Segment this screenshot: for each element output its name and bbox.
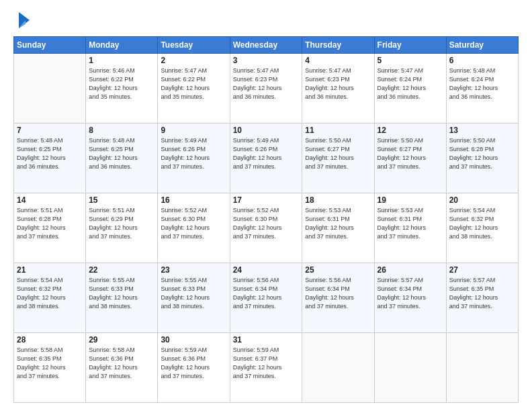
calendar-cell: 14Sunrise: 5:51 AM Sunset: 6:28 PM Dayli… bbox=[14, 193, 86, 263]
calendar-cell: 18Sunrise: 5:53 AM Sunset: 6:31 PM Dayli… bbox=[302, 193, 374, 263]
day-number: 11 bbox=[305, 126, 371, 135]
calendar-cell: 22Sunrise: 5:55 AM Sunset: 6:33 PM Dayli… bbox=[86, 263, 158, 333]
day-number: 2 bbox=[161, 56, 226, 65]
day-number: 12 bbox=[378, 126, 443, 135]
calendar-cell: 2Sunrise: 5:47 AM Sunset: 6:22 PM Daylig… bbox=[158, 54, 230, 124]
calendar-cell: 23Sunrise: 5:55 AM Sunset: 6:33 PM Dayli… bbox=[158, 263, 230, 333]
day-info: Sunrise: 5:50 AM Sunset: 6:27 PM Dayligh… bbox=[378, 136, 443, 171]
day-info: Sunrise: 5:50 AM Sunset: 6:27 PM Dayligh… bbox=[305, 136, 371, 171]
day-number: 13 bbox=[449, 126, 515, 135]
day-info: Sunrise: 5:52 AM Sunset: 6:30 PM Dayligh… bbox=[233, 206, 300, 241]
calendar-cell: 21Sunrise: 5:54 AM Sunset: 6:32 PM Dayli… bbox=[14, 263, 86, 333]
calendar-cell: 7Sunrise: 5:48 AM Sunset: 6:25 PM Daylig… bbox=[14, 124, 86, 193]
calendar-cell: 28Sunrise: 5:58 AM Sunset: 6:35 PM Dayli… bbox=[14, 333, 86, 403]
day-info: Sunrise: 5:52 AM Sunset: 6:30 PM Dayligh… bbox=[161, 206, 226, 241]
day-info: Sunrise: 5:55 AM Sunset: 6:33 PM Dayligh… bbox=[89, 276, 154, 311]
calendar-cell: 9Sunrise: 5:49 AM Sunset: 6:26 PM Daylig… bbox=[158, 124, 230, 193]
day-info: Sunrise: 5:56 AM Sunset: 6:34 PM Dayligh… bbox=[233, 276, 300, 311]
day-number: 10 bbox=[233, 126, 300, 135]
day-info: Sunrise: 5:59 AM Sunset: 6:36 PM Dayligh… bbox=[161, 346, 226, 381]
calendar-cell: 5Sunrise: 5:47 AM Sunset: 6:24 PM Daylig… bbox=[374, 54, 446, 124]
col-header-saturday: Saturday bbox=[446, 37, 518, 54]
day-number: 14 bbox=[17, 195, 83, 205]
calendar-cell: 27Sunrise: 5:57 AM Sunset: 6:35 PM Dayli… bbox=[446, 263, 518, 333]
day-info: Sunrise: 5:47 AM Sunset: 6:23 PM Dayligh… bbox=[305, 66, 371, 101]
col-header-thursday: Thursday bbox=[302, 37, 374, 54]
logo-icon bbox=[16, 11, 32, 30]
day-number: 30 bbox=[161, 335, 226, 345]
calendar: SundayMondayTuesdayWednesdayThursdayFrid… bbox=[13, 36, 519, 403]
day-number: 29 bbox=[89, 335, 154, 345]
week-row-3: 14Sunrise: 5:51 AM Sunset: 6:28 PM Dayli… bbox=[14, 193, 519, 263]
logo bbox=[13, 11, 32, 30]
calendar-cell: 8Sunrise: 5:48 AM Sunset: 6:25 PM Daylig… bbox=[86, 124, 158, 193]
day-info: Sunrise: 5:47 AM Sunset: 6:22 PM Dayligh… bbox=[161, 66, 226, 101]
day-number: 16 bbox=[161, 195, 226, 205]
calendar-cell: 11Sunrise: 5:50 AM Sunset: 6:27 PM Dayli… bbox=[302, 124, 374, 193]
day-info: Sunrise: 5:59 AM Sunset: 6:37 PM Dayligh… bbox=[233, 346, 300, 381]
day-number: 3 bbox=[233, 56, 300, 65]
day-info: Sunrise: 5:47 AM Sunset: 6:23 PM Dayligh… bbox=[233, 66, 300, 101]
week-row-2: 7Sunrise: 5:48 AM Sunset: 6:25 PM Daylig… bbox=[14, 124, 519, 193]
calendar-cell: 26Sunrise: 5:57 AM Sunset: 6:34 PM Dayli… bbox=[374, 263, 446, 333]
day-number: 4 bbox=[305, 56, 371, 65]
calendar-cell bbox=[374, 333, 446, 403]
calendar-cell: 25Sunrise: 5:56 AM Sunset: 6:34 PM Dayli… bbox=[302, 263, 374, 333]
day-number: 8 bbox=[89, 126, 154, 135]
day-number: 5 bbox=[378, 56, 443, 65]
page: SundayMondayTuesdayWednesdayThursdayFrid… bbox=[0, 0, 532, 411]
week-row-5: 28Sunrise: 5:58 AM Sunset: 6:35 PM Dayli… bbox=[14, 333, 519, 403]
day-info: Sunrise: 5:48 AM Sunset: 6:25 PM Dayligh… bbox=[17, 136, 83, 171]
calendar-cell: 20Sunrise: 5:54 AM Sunset: 6:32 PM Dayli… bbox=[446, 193, 518, 263]
day-number: 6 bbox=[449, 56, 515, 65]
calendar-cell: 15Sunrise: 5:51 AM Sunset: 6:29 PM Dayli… bbox=[86, 193, 158, 263]
day-info: Sunrise: 5:49 AM Sunset: 6:26 PM Dayligh… bbox=[161, 136, 226, 171]
calendar-cell: 17Sunrise: 5:52 AM Sunset: 6:30 PM Dayli… bbox=[230, 193, 302, 263]
calendar-cell: 19Sunrise: 5:53 AM Sunset: 6:31 PM Dayli… bbox=[374, 193, 446, 263]
day-number: 1 bbox=[89, 56, 154, 65]
day-number: 9 bbox=[161, 126, 226, 135]
day-number: 22 bbox=[89, 265, 154, 275]
calendar-cell: 10Sunrise: 5:49 AM Sunset: 6:26 PM Dayli… bbox=[230, 124, 302, 193]
day-info: Sunrise: 5:53 AM Sunset: 6:31 PM Dayligh… bbox=[378, 206, 443, 241]
header bbox=[13, 11, 519, 30]
calendar-cell: 12Sunrise: 5:50 AM Sunset: 6:27 PM Dayli… bbox=[374, 124, 446, 193]
calendar-cell bbox=[446, 333, 518, 403]
day-number: 15 bbox=[89, 195, 154, 205]
day-info: Sunrise: 5:51 AM Sunset: 6:28 PM Dayligh… bbox=[17, 206, 83, 241]
day-info: Sunrise: 5:49 AM Sunset: 6:26 PM Dayligh… bbox=[233, 136, 300, 171]
day-info: Sunrise: 5:46 AM Sunset: 6:22 PM Dayligh… bbox=[89, 66, 154, 101]
day-info: Sunrise: 5:57 AM Sunset: 6:35 PM Dayligh… bbox=[449, 276, 515, 311]
day-info: Sunrise: 5:57 AM Sunset: 6:34 PM Dayligh… bbox=[378, 276, 443, 311]
day-number: 31 bbox=[233, 335, 300, 345]
calendar-cell: 13Sunrise: 5:50 AM Sunset: 6:28 PM Dayli… bbox=[446, 124, 518, 193]
calendar-cell: 6Sunrise: 5:48 AM Sunset: 6:24 PM Daylig… bbox=[446, 54, 518, 124]
day-info: Sunrise: 5:48 AM Sunset: 6:25 PM Dayligh… bbox=[89, 136, 154, 171]
svg-marker-0 bbox=[19, 12, 30, 28]
col-header-friday: Friday bbox=[374, 37, 446, 54]
week-row-4: 21Sunrise: 5:54 AM Sunset: 6:32 PM Dayli… bbox=[14, 263, 519, 333]
day-number: 24 bbox=[233, 265, 300, 275]
calendar-cell: 4Sunrise: 5:47 AM Sunset: 6:23 PM Daylig… bbox=[302, 54, 374, 124]
day-info: Sunrise: 5:58 AM Sunset: 6:35 PM Dayligh… bbox=[17, 346, 83, 381]
calendar-cell: 30Sunrise: 5:59 AM Sunset: 6:36 PM Dayli… bbox=[158, 333, 230, 403]
calendar-cell: 1Sunrise: 5:46 AM Sunset: 6:22 PM Daylig… bbox=[86, 54, 158, 124]
day-number: 23 bbox=[161, 265, 226, 275]
day-info: Sunrise: 5:56 AM Sunset: 6:34 PM Dayligh… bbox=[305, 276, 371, 311]
calendar-cell: 3Sunrise: 5:47 AM Sunset: 6:23 PM Daylig… bbox=[230, 54, 302, 124]
col-header-wednesday: Wednesday bbox=[230, 37, 302, 54]
calendar-cell: 16Sunrise: 5:52 AM Sunset: 6:30 PM Dayli… bbox=[158, 193, 230, 263]
day-number: 25 bbox=[305, 265, 371, 275]
day-info: Sunrise: 5:47 AM Sunset: 6:24 PM Dayligh… bbox=[378, 66, 443, 101]
day-info: Sunrise: 5:53 AM Sunset: 6:31 PM Dayligh… bbox=[305, 206, 371, 241]
col-header-tuesday: Tuesday bbox=[158, 37, 230, 54]
day-info: Sunrise: 5:48 AM Sunset: 6:24 PM Dayligh… bbox=[449, 66, 515, 101]
day-number: 27 bbox=[449, 265, 515, 275]
day-number: 19 bbox=[378, 195, 443, 205]
calendar-cell: 24Sunrise: 5:56 AM Sunset: 6:34 PM Dayli… bbox=[230, 263, 302, 333]
col-header-monday: Monday bbox=[86, 37, 158, 54]
day-number: 28 bbox=[17, 335, 83, 345]
day-info: Sunrise: 5:54 AM Sunset: 6:32 PM Dayligh… bbox=[449, 206, 515, 241]
week-row-1: 1Sunrise: 5:46 AM Sunset: 6:22 PM Daylig… bbox=[14, 54, 519, 124]
calendar-header-row: SundayMondayTuesdayWednesdayThursdayFrid… bbox=[14, 37, 519, 54]
